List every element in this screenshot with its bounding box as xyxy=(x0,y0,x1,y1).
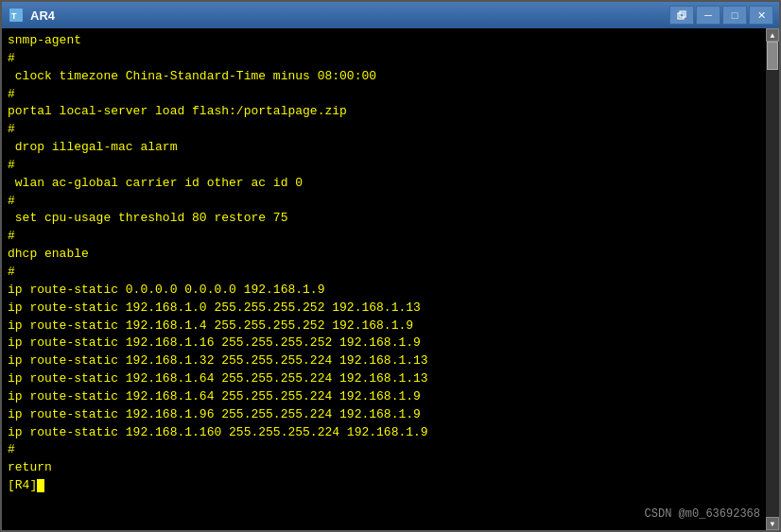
terminal-line: # xyxy=(8,86,760,104)
titlebar: T AR4 ─ □ ✕ xyxy=(2,2,779,28)
window-controls: ─ □ ✕ xyxy=(669,6,773,25)
terminal-line: dhcp enable xyxy=(8,246,760,264)
terminal-line: ip route-static 192.168.1.32 255.255.255… xyxy=(8,352,760,370)
terminal-line: ip route-static 192.168.1.64 255.255.255… xyxy=(8,370,760,388)
restore-button[interactable] xyxy=(669,6,694,25)
terminal-cursor xyxy=(37,479,44,492)
terminal-line: # xyxy=(8,50,760,68)
close-button[interactable]: ✕ xyxy=(749,6,773,25)
terminal-line: ip route-static 192.168.1.16 255.255.255… xyxy=(8,335,760,352)
terminal-line: # xyxy=(8,264,760,282)
terminal-line: ip route-static 192.168.1.4 255.255.255.… xyxy=(8,317,760,335)
scrollbar-thumb-area xyxy=(766,42,779,517)
terminal-area: snmp-agent# clock timezone China-Standar… xyxy=(2,28,779,530)
maximize-button[interactable]: □ xyxy=(722,6,747,25)
terminal-line: wlan ac-global carrier id other ac id 0 xyxy=(8,175,760,193)
scrollbar-thumb[interactable] xyxy=(767,42,778,70)
terminal-line: ip route-static 192.168.1.96 255.255.255… xyxy=(8,406,760,424)
terminal-line: set cpu-usage threshold 80 restore 75 xyxy=(8,210,760,228)
terminal-line: clock timezone China-Standard-Time minus… xyxy=(8,68,760,86)
app-icon: T xyxy=(8,7,25,24)
terminal-line: ip route-static 192.168.1.64 255.255.255… xyxy=(8,388,760,406)
terminal-line: # xyxy=(8,193,760,211)
window-title: AR4 xyxy=(30,9,669,23)
terminal-line: # xyxy=(8,157,760,175)
watermark: CSDN @m0_63692368 xyxy=(645,507,760,521)
scrollbar[interactable]: ▲ ▼ xyxy=(766,28,779,530)
scrollbar-up-button[interactable]: ▲ xyxy=(766,28,779,42)
terminal-content[interactable]: snmp-agent# clock timezone China-Standar… xyxy=(2,28,766,530)
svg-rect-2 xyxy=(678,13,684,19)
terminal-line: snmp-agent xyxy=(8,32,760,50)
terminal-line: return xyxy=(8,459,760,477)
terminal-line: [R4] xyxy=(8,477,760,495)
terminal-line: # xyxy=(8,228,760,246)
svg-rect-3 xyxy=(680,11,686,17)
terminal-line: ip route-static 192.168.1.160 255.255.25… xyxy=(8,424,760,442)
terminal-line: drop illegal-mac alarm xyxy=(8,139,760,157)
main-window: T AR4 ─ □ ✕ snmp-agent# cloc xyxy=(0,0,781,532)
terminal-line: ip route-static 192.168.1.0 255.255.255.… xyxy=(8,300,760,317)
minimize-button[interactable]: ─ xyxy=(696,6,720,25)
terminal-line: # xyxy=(8,121,760,139)
scrollbar-down-button[interactable]: ▼ xyxy=(766,517,779,530)
terminal-line: ip route-static 0.0.0.0 0.0.0.0 192.168.… xyxy=(8,282,760,300)
terminal-line: # xyxy=(8,441,760,459)
terminal-line: portal local-server load flash:/portalpa… xyxy=(8,103,760,121)
svg-text:T: T xyxy=(11,11,17,21)
